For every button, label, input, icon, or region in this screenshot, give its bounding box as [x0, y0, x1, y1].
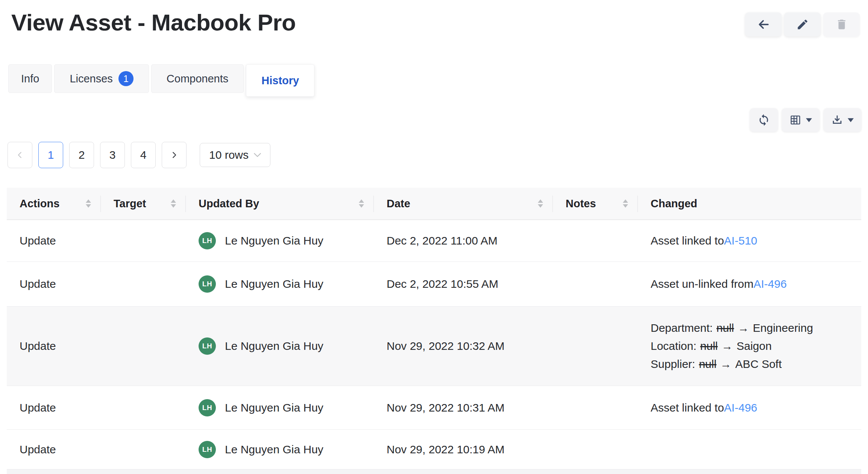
- tab-info[interactable]: Info: [8, 64, 52, 93]
- action-cell: Update: [7, 220, 101, 261]
- user-avatar: LH: [199, 399, 216, 416]
- field-name: Department:: [651, 319, 713, 337]
- date-cell: Nov 29, 2022 10:19 AM: [374, 430, 553, 469]
- tab-label: History: [261, 74, 299, 87]
- table-row: Update LH Le Nguyen Gia Huy Nov 29, 2022…: [7, 307, 861, 386]
- page-title: View Asset - Macbook Pro: [11, 10, 296, 35]
- date-cell: Dec 2, 2022 10:55 AM: [374, 262, 553, 306]
- arrow-glyph: →: [738, 319, 749, 337]
- view-asset-page: View Asset - Macbook Pro Info: [0, 0, 868, 474]
- asset-link[interactable]: AI-496: [724, 401, 757, 414]
- asset-link[interactable]: AI-496: [753, 278, 786, 290]
- sort-icon: [171, 199, 176, 208]
- next-page-button[interactable]: [162, 142, 187, 168]
- table-header-row: Actions Target Updated By Date Notes Cha…: [7, 188, 861, 220]
- notes-cell: [553, 220, 638, 261]
- back-button[interactable]: [745, 12, 782, 36]
- action-cell: Update: [7, 430, 101, 469]
- target-cell: [101, 386, 186, 429]
- header-actions: [745, 12, 860, 36]
- action-cell: Update: [7, 386, 101, 429]
- notes-cell: [553, 262, 638, 306]
- user-name: Le Nguyen Gia Huy: [225, 278, 323, 290]
- user-name: Le Nguyen Gia Huy: [225, 443, 323, 456]
- tab-bar: Info Licenses 1 Components History: [0, 64, 868, 97]
- edit-button[interactable]: [784, 12, 821, 36]
- column-header-notes[interactable]: Notes: [553, 188, 638, 219]
- updated-by-cell: LH Le Nguyen Gia Huy: [186, 262, 374, 306]
- user-avatar: LH: [199, 232, 216, 249]
- page-header: View Asset - Macbook Pro: [0, 0, 868, 36]
- date-cell: Nov 29, 2022 10:31 AM: [374, 386, 553, 429]
- tab-components[interactable]: Components: [151, 64, 244, 93]
- user-avatar: LH: [199, 337, 216, 355]
- tab-label: Licenses: [70, 73, 112, 85]
- chevron-left-icon: [16, 151, 24, 159]
- field-name: Supplier:: [651, 355, 695, 373]
- pencil-icon: [796, 18, 809, 31]
- changed-field-line: Department: null → Engineering: [651, 319, 813, 337]
- asset-link[interactable]: AI-510: [724, 234, 757, 247]
- updated-by-cell: LH Le Nguyen Gia Huy: [186, 430, 374, 469]
- new-value: Saigon: [736, 337, 771, 355]
- user-name: Le Nguyen Gia Huy: [225, 340, 323, 352]
- arrow-left-icon: [757, 18, 770, 31]
- caret-down-icon: [806, 118, 812, 122]
- chevron-right-icon: [170, 151, 178, 159]
- table-toolbar: [0, 108, 861, 132]
- export-button[interactable]: [824, 108, 861, 132]
- page-button-4[interactable]: 4: [131, 142, 156, 168]
- target-cell: [101, 307, 186, 386]
- rows-per-page-select[interactable]: 10 rows: [200, 143, 270, 167]
- column-header-changed: Changed: [638, 188, 861, 219]
- column-header-target[interactable]: Target: [101, 188, 186, 219]
- table-row: Update LH Le Nguyen Gia Huy Dec 2, 2022 …: [7, 220, 861, 262]
- arrow-glyph: →: [721, 337, 733, 355]
- updated-by-cell: LH Le Nguyen Gia Huy: [186, 386, 374, 429]
- target-cell: [101, 262, 186, 306]
- user-name: Le Nguyen Gia Huy: [225, 401, 323, 414]
- changed-text: Asset linked to: [651, 234, 724, 247]
- action-cell: Update: [7, 262, 101, 306]
- table-row: Update LH Le Nguyen Gia Huy Dec 2, 2022 …: [7, 262, 861, 307]
- download-icon: [831, 114, 843, 126]
- column-header-actions[interactable]: Actions: [7, 188, 101, 219]
- new-value: ABC Soft: [735, 355, 782, 373]
- table-row: Update LH Le Nguyen Gia Huy Nov 29, 2022…: [7, 430, 861, 469]
- sort-icon: [538, 199, 543, 208]
- page-button-2[interactable]: 2: [69, 142, 94, 168]
- tab-licenses[interactable]: Licenses 1: [54, 64, 149, 93]
- changed-field-line: Supplier: null → ABC Soft: [651, 355, 782, 373]
- table-body: Update LH Le Nguyen Gia Huy Dec 2, 2022 …: [7, 220, 861, 469]
- old-value: null: [716, 319, 734, 337]
- rows-per-page-value: 10 rows: [209, 149, 249, 161]
- notes-cell: [553, 307, 638, 386]
- delete-button[interactable]: [823, 12, 860, 36]
- updated-by-cell: LH Le Nguyen Gia Huy: [186, 220, 374, 261]
- column-header-date[interactable]: Date: [374, 188, 553, 219]
- trash-icon: [835, 18, 848, 31]
- changed-cell: [638, 430, 861, 469]
- chevron-down-icon: [254, 153, 261, 157]
- column-header-updated-by[interactable]: Updated By: [186, 188, 374, 219]
- user-avatar: LH: [199, 441, 216, 458]
- changed-cell: Asset un-linked from AI-496: [638, 262, 861, 306]
- date-cell: Dec 2, 2022 11:00 AM: [374, 220, 553, 261]
- changed-field-line: Location: null → Saigon: [651, 337, 772, 355]
- old-value: null: [700, 337, 718, 355]
- user-avatar: LH: [199, 275, 216, 293]
- target-cell: [101, 220, 186, 261]
- field-name: Location:: [651, 337, 697, 355]
- changed-cell: Department: null → Engineering Location:…: [638, 307, 861, 386]
- page-button-3[interactable]: 3: [100, 142, 125, 168]
- changed-cell: Asset linked to AI-510: [638, 220, 861, 261]
- refresh-button[interactable]: [750, 108, 778, 132]
- columns-button[interactable]: [782, 108, 819, 132]
- page-button-1[interactable]: 1: [38, 142, 63, 168]
- sort-icon: [86, 199, 91, 208]
- sort-icon: [359, 199, 364, 208]
- prev-page-button[interactable]: [8, 142, 32, 168]
- refresh-icon: [757, 114, 770, 126]
- tab-history[interactable]: History: [246, 64, 314, 97]
- notes-cell: [553, 386, 638, 429]
